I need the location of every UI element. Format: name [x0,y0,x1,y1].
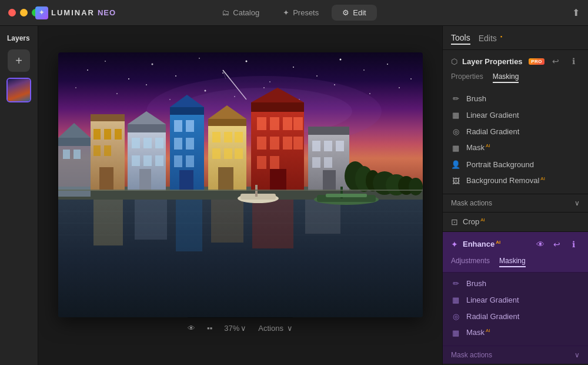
properties-sub-tab[interactable]: Properties [451,72,483,83]
tab-presets[interactable]: ✦ Presets [272,5,329,21]
svg-rect-99 [312,141,320,151]
svg-rect-94 [257,156,266,169]
enhance-radial-gradient-label: Radial Gradient [466,312,519,321]
mask-label: MaskAI [466,143,490,152]
brush-label: Brush [466,94,486,103]
svg-point-111 [409,178,423,195]
svg-point-13 [363,69,365,71]
mask-icon: ▦ [451,143,460,152]
crop-label: CropAI [463,217,580,226]
edits-tab[interactable]: Edits [479,34,503,44]
mask-actions-chevron-icon: ∨ [574,199,580,207]
svg-rect-60 [143,155,152,166]
radial-gradient-item[interactable]: ◎ Radial Gradient [443,123,588,140]
portrait-background-item[interactable]: 👤 Portrait Background [443,156,588,172]
main-layout: Layers + [0,26,588,365]
svg-rect-67 [186,120,194,132]
eye-icon: 👁 [188,324,195,333]
svg-point-26 [399,87,400,88]
enhance-undo-button[interactable]: ↩ [550,238,563,251]
svg-rect-58 [155,138,163,148]
svg-rect-59 [132,155,140,166]
svg-rect-38 [135,198,167,240]
svg-rect-76 [212,132,220,142]
crop-section[interactable]: ⊡ CropAI [443,213,588,232]
svg-rect-52 [99,167,113,190]
adjustments-sub-tab[interactable]: Adjustments [451,257,490,267]
svg-rect-95 [270,156,279,169]
app-name-neo: NEO [98,8,116,17]
tab-edit[interactable]: ⚙ Edit [332,5,376,21]
masking-sub-tab[interactable]: Masking [493,72,519,83]
svg-rect-62 [139,169,151,191]
photo-scene [58,52,423,317]
enhance-linear-gradient-icon: ▦ [451,295,460,304]
mask-item[interactable]: ▦ MaskAI [443,140,588,156]
linear-gradient-icon: ▦ [451,110,460,120]
svg-rect-79 [212,148,220,159]
enhance-brush-item[interactable]: ✏ Brush [443,275,588,291]
info-button[interactable]: ℹ [567,55,580,68]
svg-rect-84 [251,102,304,112]
close-button[interactable] [8,9,16,16]
enhance-mask-item[interactable]: ▦ MaskAI [443,324,588,341]
tools-tab[interactable]: Tools [451,33,470,45]
layer-thumbnail[interactable] [6,78,31,102]
zoom-chevron-icon: ∨ [240,324,246,333]
linear-gradient-label: Linear Gradient [466,111,519,120]
view-mode-toggle[interactable]: ▪▪ [207,324,212,333]
svg-rect-124 [58,190,423,191]
actions-chevron-icon: ∨ [287,324,293,333]
svg-rect-57 [143,138,152,148]
app-logo: ✦ LUMINAR NEO [35,6,116,19]
zoom-control[interactable]: 37% ∨ [224,324,246,333]
svg-point-1 [87,69,88,71]
svg-point-10 [293,67,294,68]
background-removal-label: Background RemovalAI [466,176,545,185]
portrait-background-label: Portrait Background [466,160,534,169]
svg-point-8 [245,61,247,62]
svg-point-18 [146,84,147,85]
layer-thumb-inner [8,79,30,101]
radial-gradient-icon: ◎ [451,127,460,136]
svg-rect-72 [179,170,193,191]
svg-rect-47 [93,129,101,140]
zoom-level: 37% [224,324,239,333]
svg-rect-82 [218,167,233,191]
export-button[interactable]: ⬆ [572,7,580,18]
background-removal-item[interactable]: 🖼 Background RemovalAI [443,172,588,189]
undo-button[interactable]: ↩ [549,55,562,68]
svg-point-7 [222,72,223,74]
tab-catalog[interactable]: 🗂 Catalog [211,5,270,21]
svg-point-4 [151,64,153,65]
right-panel: Tools Edits ⬡ Layer Properties PRO ↩ ℹ P… [442,26,588,365]
photo-canvas [58,52,423,317]
add-layer-button[interactable]: + [8,49,30,72]
brush-item[interactable]: ✏ Brush [443,90,588,107]
enhance-section: ✦ EnhanceAI 👁 ↩ ℹ Adjustments Masking [443,232,588,364]
split-view-icon: ▪▪ [207,324,212,333]
enhance-masking-sub-tab[interactable]: Masking [499,257,526,267]
enhance-mask-label: MaskAI [466,328,490,337]
enhance-sparkle-icon: ✦ [451,240,458,249]
layer-mask-actions-label: Mask actions [451,199,574,207]
svg-point-5 [175,75,176,77]
linear-gradient-item[interactable]: ▦ Linear Gradient [443,107,588,123]
enhance-linear-gradient-item[interactable]: ▦ Linear Gradient [443,291,588,308]
enhance-mask-actions[interactable]: Mask actions ∨ [443,346,588,364]
enhance-radial-gradient-item[interactable]: ◎ Radial Gradient [443,308,588,324]
enhance-info-button[interactable]: ℹ [567,238,580,251]
svg-rect-86 [257,117,266,130]
visibility-toggle[interactable]: 👁 [188,324,195,333]
svg-rect-37 [93,198,123,245]
actions-label: Actions [258,324,283,333]
svg-rect-56 [132,138,140,148]
actions-menu[interactable]: Actions ∨ [258,324,293,333]
enhance-visibility-button[interactable]: 👁 [534,238,547,251]
tab-edit-label: Edit [353,8,366,17]
portrait-background-icon: 👤 [451,160,460,169]
enhance-radial-gradient-icon: ◎ [451,311,460,321]
minimize-button[interactable] [20,9,28,16]
svg-rect-80 [224,148,232,159]
layer-mask-actions[interactable]: Mask actions ∨ [443,194,588,213]
